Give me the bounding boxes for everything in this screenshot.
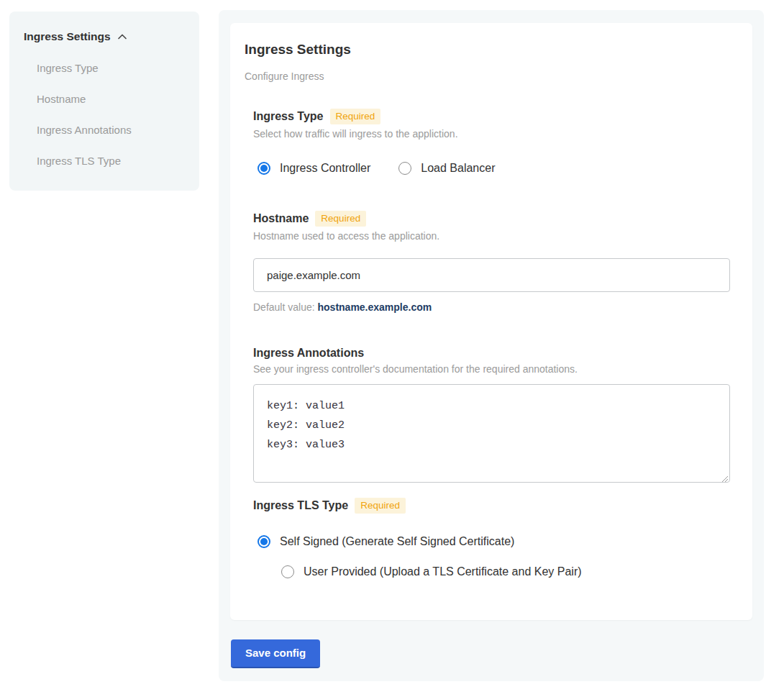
required-badge: Required <box>330 109 381 124</box>
radio-label: Self Signed (Generate Self Signed Certif… <box>280 535 514 548</box>
radio-icon <box>398 162 411 175</box>
save-config-button[interactable]: Save config <box>231 639 320 668</box>
radio-ingress-controller[interactable]: Ingress Controller <box>253 162 370 175</box>
hostname-help: Hostname used to access the application. <box>253 230 731 242</box>
config-panel: Ingress Settings Configure Ingress Ingre… <box>219 10 764 681</box>
sidebar-item-ingress-annotations[interactable]: Ingress Annotations <box>24 124 188 136</box>
chevron-up-icon <box>117 31 128 42</box>
required-badge: Required <box>315 211 366 227</box>
default-label: Default value: <box>253 301 318 313</box>
field-ingress-annotations: Ingress Annotations See your ingress con… <box>253 347 731 483</box>
radio-label: User Provided (Upload a TLS Certificate … <box>304 565 582 578</box>
radio-icon <box>281 565 294 578</box>
sidebar-item-ingress-tls-type[interactable]: Ingress TLS Type <box>24 155 188 167</box>
sidebar-item-hostname[interactable]: Hostname <box>24 93 188 105</box>
page-title: Ingress Settings <box>245 42 731 58</box>
hostname-label: Hostname <box>253 212 309 225</box>
sidebar-group-label: Ingress Settings <box>24 30 111 43</box>
hostname-default-line: Default value: hostname.example.com <box>253 301 731 313</box>
field-ingress-tls-type: Ingress TLS Type Required Self Signed (G… <box>253 498 731 578</box>
sidebar-group-ingress-settings[interactable]: Ingress Settings <box>24 30 188 43</box>
required-badge: Required <box>355 498 406 514</box>
annotations-help: See your ingress controller's documentat… <box>253 363 731 375</box>
ingress-type-label: Ingress Type <box>253 110 324 123</box>
field-ingress-type: Ingress Type Required Select how traffic… <box>253 109 731 175</box>
ingress-settings-card: Ingress Settings Configure Ingress Ingre… <box>230 23 752 620</box>
radio-icon <box>257 535 270 548</box>
field-hostname: Hostname Required Hostname used to acces… <box>253 211 731 313</box>
hostname-input[interactable] <box>253 258 730 292</box>
page-subtitle: Configure Ingress <box>245 70 731 82</box>
radio-load-balancer[interactable]: Load Balancer <box>394 162 495 175</box>
annotations-textarea[interactable]: key1: value1 key2: value2 key3: value3 <box>253 384 730 483</box>
radio-icon <box>257 162 270 175</box>
annotations-label: Ingress Annotations <box>253 347 364 360</box>
radio-self-signed[interactable]: Self Signed (Generate Self Signed Certif… <box>253 535 731 548</box>
radio-label: Load Balancer <box>421 162 495 175</box>
sidebar-item-ingress-type[interactable]: Ingress Type <box>24 62 188 74</box>
ingress-type-help: Select how traffic will ingress to the a… <box>253 128 731 140</box>
default-value: hostname.example.com <box>318 301 432 313</box>
tls-type-label: Ingress TLS Type <box>253 499 348 512</box>
radio-user-provided[interactable]: User Provided (Upload a TLS Certificate … <box>277 565 731 578</box>
config-nav-sidebar: Ingress Settings Ingress Type Hostname I… <box>9 12 199 191</box>
radio-label: Ingress Controller <box>280 162 370 175</box>
